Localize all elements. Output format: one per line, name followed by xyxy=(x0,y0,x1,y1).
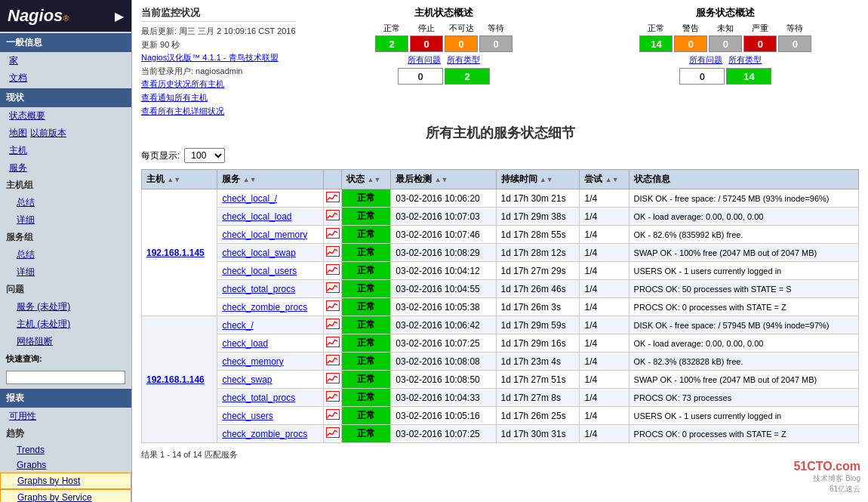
graph-icon[interactable] xyxy=(326,427,340,438)
sidebar-item-home[interactable]: 家 xyxy=(0,52,131,69)
graph-cell xyxy=(324,189,342,208)
host-unreachable-count[interactable]: 0 xyxy=(445,35,478,52)
graph-icon[interactable] xyxy=(326,264,340,275)
sidebar-item-network-block[interactable]: 网络阻断 xyxy=(0,333,131,350)
service-cell[interactable]: check_/ xyxy=(217,316,324,334)
host-all-types-link[interactable]: 所有类型 xyxy=(447,54,480,66)
logo-area: Nagios® ▶ xyxy=(0,0,131,32)
section-general: 一般信息 xyxy=(0,33,131,52)
host-ok-count[interactable]: 2 xyxy=(375,35,408,52)
sidebar-item-service-unhandled[interactable]: 服务 (未处理) xyxy=(0,298,131,316)
graph-icon[interactable] xyxy=(326,319,340,329)
service-cell[interactable]: check_memory xyxy=(217,353,324,371)
sidebar-item-status-summary[interactable]: 状态概要 xyxy=(0,107,131,125)
watermark-brand: 51CTO.com xyxy=(793,460,860,473)
graph-icon[interactable] xyxy=(326,409,340,420)
host-cell[interactable]: 192.168.1.145 xyxy=(142,189,217,316)
service-cell[interactable]: check_local_/ xyxy=(217,189,324,208)
sidebar-item-hostgroup-summary[interactable]: 总结 xyxy=(0,194,131,211)
svc-all-types-link[interactable]: 所有类型 xyxy=(728,54,762,66)
per-page-label: 每页显示: xyxy=(141,149,180,162)
host-all-problems-link[interactable]: 所有问题 xyxy=(408,54,441,66)
last-check-cell: 03-02-2016 10:08:50 xyxy=(391,371,496,389)
last-check-cell: 03-02-2016 10:06:42 xyxy=(391,316,496,334)
graph-icon[interactable] xyxy=(326,300,340,311)
top-status-area: 当前监控状况 最后更新: 周三 三月 2 10:09:16 CST 2016 更… xyxy=(141,6,859,118)
sidebar-label-servicegroup: 服务组 xyxy=(0,229,131,246)
sidebar-item-map[interactable]: 地图 xyxy=(9,127,27,140)
service-cell[interactable]: check_total_procs xyxy=(217,280,324,298)
per-page-row: 每页显示: 25 50 100 200 无限 xyxy=(141,148,859,163)
attempt-cell: 1/4 xyxy=(580,334,629,353)
service-cell[interactable]: check_load xyxy=(217,334,324,353)
service-summary-labels: 正常 警告 未知 严重 等待 xyxy=(593,23,859,34)
last-check-cell: 03-02-2016 10:08:08 xyxy=(391,353,496,371)
svc-row2-val2[interactable]: 14 xyxy=(726,68,771,85)
section-current: 现状 xyxy=(0,88,131,107)
sidebar-item-servicegroup-detail[interactable]: 详细 xyxy=(0,263,131,281)
host-pending-count[interactable]: 0 xyxy=(479,35,512,52)
service-cell[interactable]: check_users xyxy=(217,407,324,425)
sidebar-item-availability[interactable]: 可用性 xyxy=(0,408,131,425)
service-cell[interactable]: check_local_swap xyxy=(217,244,324,262)
version-link[interactable]: Nagios汉化版™ 4.1.1 - 青鸟技术联盟 xyxy=(141,53,279,62)
info-cell: OK - load average: 0.00, 0.00, 0.00 xyxy=(629,334,858,353)
sidebar-item-trends[interactable]: Trends xyxy=(0,442,131,457)
graph-icon[interactable] xyxy=(326,355,340,365)
svc-pending-count[interactable]: 0 xyxy=(778,35,811,52)
sidebar-item-host-unhandled[interactable]: 主机 (未处理) xyxy=(0,316,131,333)
sidebar-item-hostgroup-detail[interactable]: 详细 xyxy=(0,211,131,229)
info-cell: PROCS OK: 0 processes with STATE = Z xyxy=(629,425,858,443)
svc-critical-count[interactable]: 0 xyxy=(743,35,777,52)
sidebar-item-docs[interactable]: 文档 xyxy=(0,69,131,87)
svc-label-unknown: 未知 xyxy=(709,23,742,34)
svc-row2-val1[interactable]: 0 xyxy=(679,68,725,85)
sidebar-item-graphs-by-host[interactable]: Graphs by Host xyxy=(0,473,131,489)
service-cell[interactable]: check_local_load xyxy=(217,208,324,226)
svc-ok-count[interactable]: 14 xyxy=(639,35,673,52)
host-down-count[interactable]: 0 xyxy=(410,35,443,52)
svc-warning-count[interactable]: 0 xyxy=(674,35,707,52)
graph-icon[interactable] xyxy=(326,192,340,202)
graph-cell xyxy=(324,298,342,316)
graph-icon[interactable] xyxy=(326,391,340,402)
svc-unknown-count[interactable]: 0 xyxy=(709,35,742,52)
graph-icon[interactable] xyxy=(326,228,340,239)
host-row2-val2[interactable]: 2 xyxy=(445,68,490,85)
graph-icon[interactable] xyxy=(326,282,340,293)
service-cell[interactable]: check_local_memory xyxy=(217,226,324,244)
per-page-select[interactable]: 25 50 100 200 无限 xyxy=(184,148,225,163)
sidebar-item-graphs-by-service[interactable]: Graphs by Service xyxy=(0,489,131,502)
graph-icon[interactable] xyxy=(326,246,340,257)
duration-cell: 1d 17h 27m 8s xyxy=(496,389,580,407)
duration-cell: 1d 17h 27m 29s xyxy=(496,262,580,280)
host-label-down: 停止 xyxy=(410,23,443,34)
last-check-cell: 03-02-2016 10:05:38 xyxy=(391,298,496,316)
service-cell[interactable]: check_local_users xyxy=(217,262,324,280)
sidebar-item-service[interactable]: 服务 xyxy=(0,159,131,177)
col-attempt: 尝试 ▲▼ xyxy=(580,170,629,189)
sidebar-item-map-prev[interactable]: 以前版本 xyxy=(30,127,66,140)
attempt-cell: 1/4 xyxy=(580,280,629,298)
sidebar-item-host[interactable]: 主机 xyxy=(0,142,131,159)
service-cell[interactable]: check_zombie_procs xyxy=(217,298,324,316)
service-cell[interactable]: check_swap xyxy=(217,371,324,389)
status-cell: 正常 xyxy=(342,425,391,443)
link2[interactable]: 查看通知所有主机 xyxy=(141,93,208,102)
graph-icon[interactable] xyxy=(326,210,340,220)
registered-icon: ® xyxy=(63,14,69,23)
search-input[interactable] xyxy=(6,371,125,384)
host-cell[interactable]: 192.168.1.146 xyxy=(142,316,217,443)
sidebar-toggle-button[interactable]: ▶ xyxy=(115,9,124,23)
link1[interactable]: 查看历史状况所有主机 xyxy=(141,79,224,88)
service-cell[interactable]: check_zombie_procs xyxy=(217,425,324,443)
host-row2-val1[interactable]: 0 xyxy=(398,68,443,85)
svc-all-problems-link[interactable]: 所有问题 xyxy=(689,54,722,66)
link3[interactable]: 查看所有主机详细状况 xyxy=(141,106,224,115)
attempt-cell: 1/4 xyxy=(580,189,629,208)
graph-icon[interactable] xyxy=(326,373,340,383)
sidebar-item-servicegroup-summary[interactable]: 总结 xyxy=(0,246,131,263)
sidebar-item-graphs[interactable]: Graphs xyxy=(0,457,131,473)
service-cell[interactable]: check_total_procs xyxy=(217,389,324,407)
graph-icon[interactable] xyxy=(326,337,340,347)
